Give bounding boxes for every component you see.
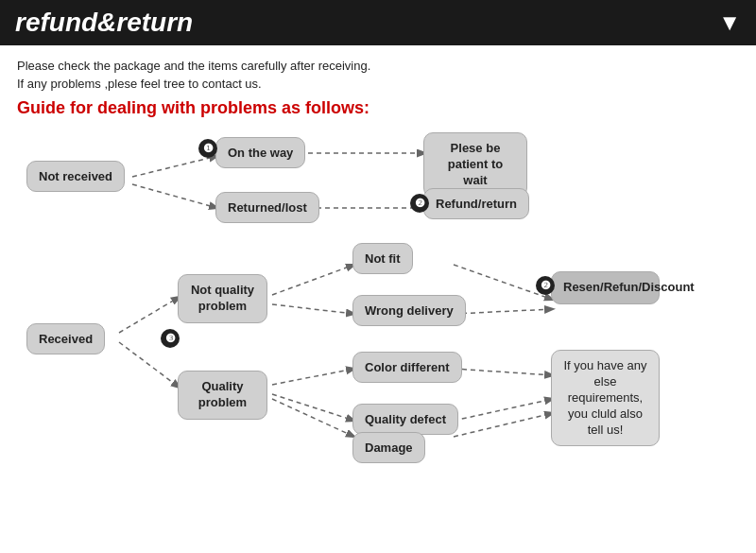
badge-2-bottom: ❷ <box>536 276 555 295</box>
svg-line-13 <box>454 369 553 375</box>
svg-line-15 <box>454 413 553 437</box>
on-the-way-node: On the way <box>215 137 305 168</box>
header: refund&return ▼ <box>0 0 756 45</box>
damage-node: Damage <box>352 432 425 463</box>
guide-title: Guide for dealing with problems as follo… <box>17 98 739 118</box>
color-different-node: Color different <box>352 352 462 383</box>
quality-problem-node: Quality problem <box>178 371 267 420</box>
badge-3: ❸ <box>161 329 180 348</box>
bottom-diagram: Received Not quality problem Quality pro… <box>17 238 739 456</box>
returned-lost-node: Returned/lost <box>215 192 319 223</box>
received-node: Received <box>26 323 105 354</box>
svg-line-9 <box>272 394 354 421</box>
svg-line-8 <box>272 369 354 385</box>
svg-line-1 <box>132 184 217 208</box>
not-received-node: Not received <box>26 161 125 192</box>
svg-line-7 <box>272 304 354 314</box>
if-you-have-node: If you have any else requirements, you c… <box>551 350 660 446</box>
intro-line2: If any problems ,plese feel tree to cont… <box>17 77 739 91</box>
resen-refund-node: Resen/Refun/Discount <box>551 271 660 304</box>
badge-2-top: ❷ <box>410 194 429 213</box>
svg-line-12 <box>454 309 553 314</box>
svg-line-0 <box>132 156 217 177</box>
svg-line-14 <box>454 399 553 421</box>
not-quality-problem-node: Not quality problem <box>178 274 267 323</box>
refund-return-top-node: Refund/return <box>423 188 529 219</box>
wrong-delivery-node: Wrong delivery <box>352 295 466 326</box>
badge-1: ❶ <box>198 139 217 158</box>
arrow-icon: ▼ <box>718 9 741 36</box>
top-diagram: Not received On the way Returned/lost Pl… <box>17 128 739 236</box>
page-title: refund&return <box>15 8 193 38</box>
svg-line-6 <box>272 265 354 295</box>
svg-line-4 <box>119 297 180 333</box>
not-fit-node: Not fit <box>352 243 413 274</box>
bottom-flow-container: Received Not quality problem Quality pro… <box>17 238 735 456</box>
body-content: Please check the package and the items c… <box>0 45 756 465</box>
top-flow-container: Not received On the way Returned/lost Pl… <box>17 128 735 236</box>
intro-line1: Please check the package and the items c… <box>17 59 739 73</box>
svg-line-5 <box>119 342 180 388</box>
quality-defect-node: Quality defect <box>352 404 458 435</box>
svg-line-10 <box>272 399 354 437</box>
